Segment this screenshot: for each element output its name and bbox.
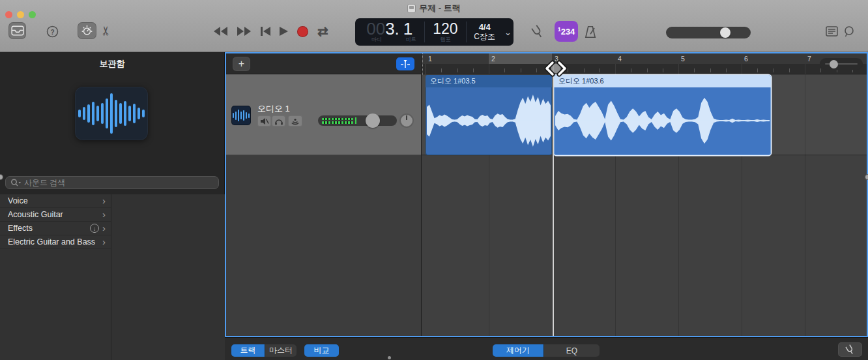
playhead[interactable] [553,64,554,336]
garageband-window: { "window": { "title": "무제 - 트랙" }, "too… [0,0,868,360]
help-icon: ? [46,25,59,38]
solo-button[interactable] [272,115,285,127]
cycle-button[interactable]: ⇄ [317,27,328,36]
trim-cursor [544,59,568,78]
download-icon[interactable]: ↓ [90,224,99,233]
lcd-display[interactable]: 003.1 마디비트 120 템포 4/4 C장조 ⌄ [355,18,514,46]
title-bar: 무제 - 트랙 [0,3,868,14]
library-item-effects[interactable]: Effects ↓ › [0,222,111,235]
record-icon [297,26,308,37]
cycle-icon: ⇄ [317,27,328,36]
tempo-value: 120 [433,22,457,36]
transport-controls: ⇄ [214,25,328,38]
compare-button[interactable]: 비교 [304,344,339,357]
track-header-toolbar: + [226,53,421,74]
zoom-slider-knob[interactable] [830,60,838,68]
search-input[interactable] [24,178,214,187]
smart-controls-button[interactable] [78,22,96,39]
controls-tab[interactable]: 제어기 [493,344,543,357]
fast-forward-button[interactable] [237,27,252,36]
library-toggle-button[interactable] [8,22,26,39]
level-meter-peak [355,117,356,124]
audio-region-2[interactable]: 오디오 1#03.6 [554,75,771,155]
editors-button[interactable]: ✂ [99,23,113,38]
waveform-icon [78,93,145,134]
search-icon [10,179,22,187]
audio-track-icon [231,106,251,125]
time-signature-value: 4/4 [479,23,491,32]
go-to-beginning-button[interactable] [261,27,270,36]
smart-controls-icon [81,25,93,37]
svg-text:?: ? [50,29,54,36]
count-in-label: 1234 [558,26,575,37]
count-in-button[interactable]: 1234 [555,21,578,42]
master-volume-slider[interactable] [666,27,751,38]
library-column-divider [111,194,111,360]
audio-region-1[interactable]: 오디오 1#03.5 [426,75,552,155]
region-waveform [427,87,551,154]
track-name[interactable]: 오디오 1 [257,103,290,115]
tuning-fork-icon [843,342,857,357]
library-icon [11,25,24,36]
divider-handle-dot[interactable] [388,356,391,359]
tracks-area: + 오디오 1 [225,52,868,337]
chevron-right-icon: › [102,225,106,232]
library-title: 보관함 [0,58,224,70]
rewind-button[interactable] [214,27,228,36]
chevron-right-icon: › [102,198,106,204]
notepad-button[interactable] [824,25,839,38]
pane-resize-handle-right[interactable] [865,174,868,180]
pan-knob[interactable] [399,113,414,128]
lcd-beats-label: 비트 [398,36,424,43]
tuner-toggle-button[interactable] [838,342,862,357]
track-header[interactable]: 오디오 1 [226,74,421,155]
toolbar: 무제 - 트랙 ? ✂ ⇄ 003.1 마디비트 [0,0,868,52]
tuner-button[interactable] [529,23,546,40]
project-start-line [422,53,423,75]
loop-browser-icon [843,25,855,38]
lcd-bars-label: 마디 [355,36,398,43]
lcd-key-signature[interactable]: 4/4 C장조 [467,18,502,46]
track-volume-slider[interactable] [318,115,397,126]
input-monitoring-icon [291,117,300,125]
mute-button[interactable] [257,115,271,127]
library-item-voice[interactable]: Voice› [0,194,111,208]
region-name: 오디오 1#03.6 [554,75,771,87]
lcd-chevron-down-icon[interactable]: ⌄ [502,18,514,46]
mute-icon [260,117,269,125]
library-sidebar: 보관함 Voice› Acoustic Guitar› Effects ↓ › … [0,52,225,360]
region-waveform [555,87,770,154]
metronome-icon [583,25,598,39]
ruler-highlight-bar-2 [489,53,552,64]
level-meter [322,118,353,124]
library-item-electric-guitar-and-bass[interactable]: Electric Guitar and Bass› [0,235,111,249]
horizontal-zoom-slider[interactable] [820,58,863,70]
catch-playhead-button[interactable] [396,57,414,70]
library-item-acoustic-guitar[interactable]: Acoustic Guitar› [0,208,111,222]
chevron-right-icon: › [102,239,106,245]
chevron-right-icon: › [102,211,106,218]
track-header-column: + 오디오 1 [226,53,422,336]
add-track-button[interactable]: + [233,57,250,71]
input-monitoring-button[interactable] [288,115,302,127]
catch-playhead-icon [400,59,411,68]
play-button[interactable] [280,27,288,36]
timeline: 1234567 오디오 1#03.5 오디오 1#03.6 [422,53,867,336]
patch-preview-card [75,87,148,140]
track-volume-knob[interactable] [366,113,380,128]
lcd-tempo[interactable]: 120 템포 [425,18,467,46]
window-title: 무제 - 트랙 [419,3,461,14]
sound-search-field[interactable] [5,176,219,189]
track-tab[interactable]: 트랙 [231,344,265,357]
loop-browser-button[interactable] [842,25,856,38]
tuning-fork-icon [528,22,547,41]
tempo-label: 템포 [440,36,450,43]
eq-tab[interactable]: EQ [543,344,600,357]
master-tab[interactable]: 마스터 [265,344,297,357]
help-button[interactable]: ? [46,25,59,38]
notepad-icon [826,26,838,37]
ruler[interactable]: 1234567 [422,53,867,64]
record-button[interactable] [297,26,308,37]
metronome-button[interactable] [582,23,599,40]
master-volume-knob[interactable] [720,27,731,38]
